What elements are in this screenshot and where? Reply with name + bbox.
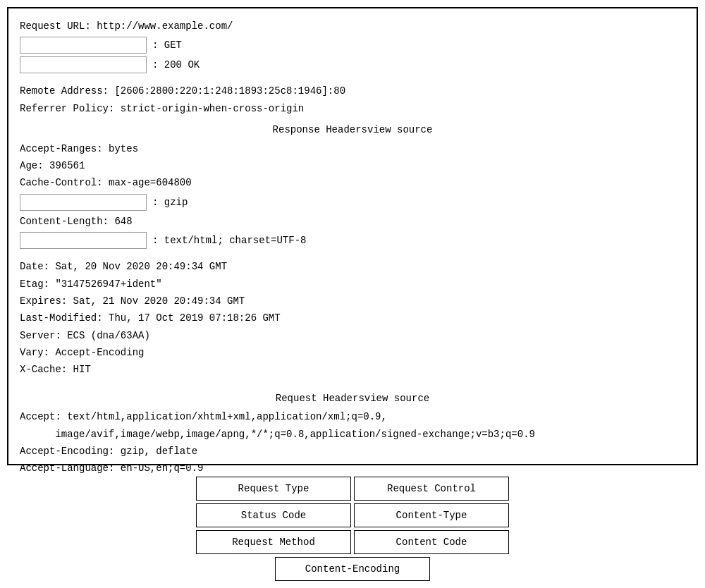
buttons-section: Request Type Request Control Status Code… xyxy=(7,477,698,581)
remote-address-line: Remote Address: [2606:2800:220:1:248:189… xyxy=(20,83,685,99)
gzip-label: : gzip xyxy=(152,195,188,210)
server-line: Server: ECS (dna/63AA) xyxy=(20,328,685,343)
button-row-2: Status Code Content-Type xyxy=(196,503,509,527)
content-code-button[interactable]: Content Code xyxy=(354,530,509,554)
expires-line: Expires: Sat, 21 Nov 2020 20:49:34 GMT xyxy=(20,293,685,309)
status-code-button[interactable]: Status Code xyxy=(196,503,351,527)
get-input-row: : GET xyxy=(20,37,685,54)
content-type-button[interactable]: Content-Type xyxy=(354,503,509,527)
request-type-button[interactable]: Request Type xyxy=(196,477,351,501)
info-box: Request URL: http://www.example.com/ : G… xyxy=(7,7,698,465)
request-header-label: Request Headersview source xyxy=(20,391,685,406)
date-line: Date: Sat, 20 Nov 2020 20:49:34 GMT xyxy=(20,259,685,274)
status-label: : 200 OK xyxy=(152,57,200,73)
button-row-3: Request Method Content Code xyxy=(196,530,509,554)
etag-line: Etag: "3147526947+ident" xyxy=(20,276,685,292)
last-modified-line: Last-Modified: Thu, 17 Oct 2019 07:18:26… xyxy=(20,310,685,326)
accept-line: Accept: text/html,application/xhtml+xml,… xyxy=(20,409,685,424)
cache-control-line: Cache-Control: max-age=604800 xyxy=(20,175,685,190)
content-type-input[interactable] xyxy=(20,232,147,249)
xcache-line: X-Cache: HIT xyxy=(20,362,685,377)
age-line: Age: 396561 xyxy=(20,158,685,173)
request-method-button[interactable]: Request Method xyxy=(196,530,351,554)
get-label: : GET xyxy=(152,37,182,53)
vary-line: Vary: Accept-Encoding xyxy=(20,345,685,360)
gzip-input-row: : gzip xyxy=(20,194,685,211)
gzip-input[interactable] xyxy=(20,194,147,211)
accept-encoding-line: Accept-Encoding: gzip, deflate xyxy=(20,443,685,459)
request-url-line: Request URL: http://www.example.com/ xyxy=(20,18,685,34)
status-input-row: : 200 OK xyxy=(20,56,685,73)
content-type-label: : text/html; charset=UTF-8 xyxy=(152,233,306,248)
request-control-button[interactable]: Request Control xyxy=(354,477,509,501)
accept-ranges-line: Accept-Ranges: bytes xyxy=(20,141,685,157)
button-row-1: Request Type Request Control xyxy=(196,477,509,501)
accept-continued-line: image/avif,image/webp,image/apng,*/*;q=0… xyxy=(20,427,685,442)
referrer-policy-line: Referrer Policy: strict-origin-when-cros… xyxy=(20,101,685,116)
status-input[interactable] xyxy=(20,56,147,73)
get-input[interactable] xyxy=(20,37,147,54)
content-type-input-row: : text/html; charset=UTF-8 xyxy=(20,232,685,249)
button-row-4: Content-Encoding xyxy=(275,557,430,581)
content-length-line: Content-Length: 648 xyxy=(20,214,685,229)
accept-language-line: Accept-Language: en-US,en;q=0.9 xyxy=(20,460,685,476)
content-encoding-button[interactable]: Content-Encoding xyxy=(275,557,430,581)
response-header-label: Response Headersview source xyxy=(20,122,685,137)
